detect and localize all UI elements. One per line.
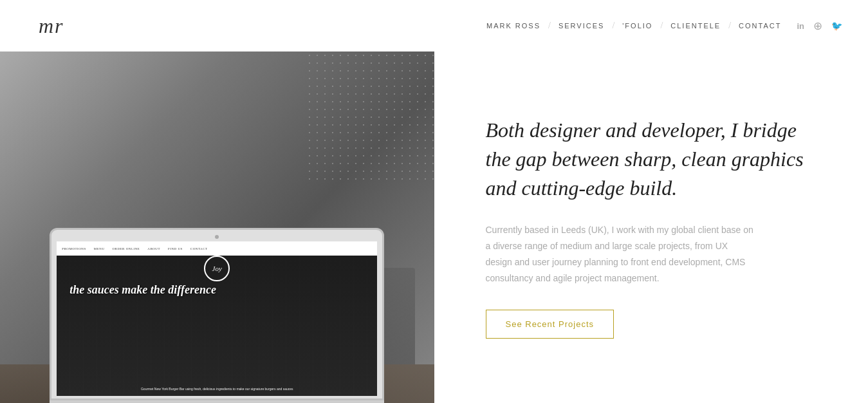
linkedin-icon[interactable]: in [797, 21, 804, 31]
screen-nav-item-1: PROMOTIONS [62, 247, 86, 250]
screen-content: PROMOTIONS MENU ORDER ONLINE ABOUT FIND … [57, 241, 377, 396]
laptop-screen-inner: PROMOTIONS MENU ORDER ONLINE ABOUT FIND … [57, 241, 377, 396]
screen-logo-text: Joy [212, 265, 222, 272]
site-header: mr MARK ROSS / SERVICES / 'FOLIO / CLIEN… [0, 0, 868, 52]
nav-clientele[interactable]: CLIENTELE [668, 22, 723, 30]
site-logo[interactable]: mr [39, 14, 64, 38]
twitter-icon[interactable]: 🐦 [831, 21, 842, 32]
main-content: PROMOTIONS MENU ORDER ONLINE ABOUT FIND … [0, 52, 868, 403]
hero-headline: Both designer and developer, I bridge th… [486, 116, 817, 202]
screen-caption: Gourmet New York Burger Bar using fresh,… [57, 387, 377, 391]
nav-services[interactable]: SERVICES [556, 22, 607, 30]
nav-contact[interactable]: CONTACT [736, 22, 784, 30]
main-nav: MARK ROSS / SERVICES / 'FOLIO / CLIENTEL… [484, 19, 842, 33]
text-panel: Both designer and developer, I bridge th… [434, 52, 869, 403]
nav-separator-1: / [548, 21, 551, 31]
nav-separator-4: / [728, 21, 731, 31]
laptop-base: MacBook Air [50, 400, 384, 403]
laptop-mockup: PROMOTIONS MENU ORDER ONLINE ABOUT FIND … [50, 228, 384, 403]
nav-mark-ross[interactable]: MARK ROSS [484, 22, 543, 30]
screen-logo-circle: Joy [204, 256, 230, 281]
screen-nav-item-5: FIND US [168, 247, 183, 250]
laptop-camera [215, 235, 219, 239]
hero-description: Currently based in Leeds (UK), I work wi… [486, 222, 756, 287]
screen-nav-item-6: CONTACT [190, 247, 208, 250]
laptop-screen-outer: PROMOTIONS MENU ORDER ONLINE ABOUT FIND … [50, 228, 384, 400]
screen-nav: PROMOTIONS MENU ORDER ONLINE ABOUT FIND … [57, 241, 377, 256]
screen-tagline: the sauces make the difference [69, 283, 364, 297]
screen-nav-item-4: ABOUT [147, 247, 160, 250]
globe-icon[interactable]: ⊕ [813, 19, 822, 33]
screen-nav-item-2: MENU [94, 247, 105, 250]
see-recent-projects-button[interactable]: See Recent Projects [486, 310, 614, 339]
decorative-dots [306, 52, 434, 180]
screen-nav-item-3: ORDER ONLINE [113, 247, 140, 250]
nav-separator-3: / [660, 21, 663, 31]
image-panel: PROMOTIONS MENU ORDER ONLINE ABOUT FIND … [0, 52, 434, 403]
social-links: in ⊕ 🐦 [797, 19, 842, 33]
nav-separator-2: / [612, 21, 614, 31]
nav-folio[interactable]: 'FOLIO [620, 22, 655, 30]
